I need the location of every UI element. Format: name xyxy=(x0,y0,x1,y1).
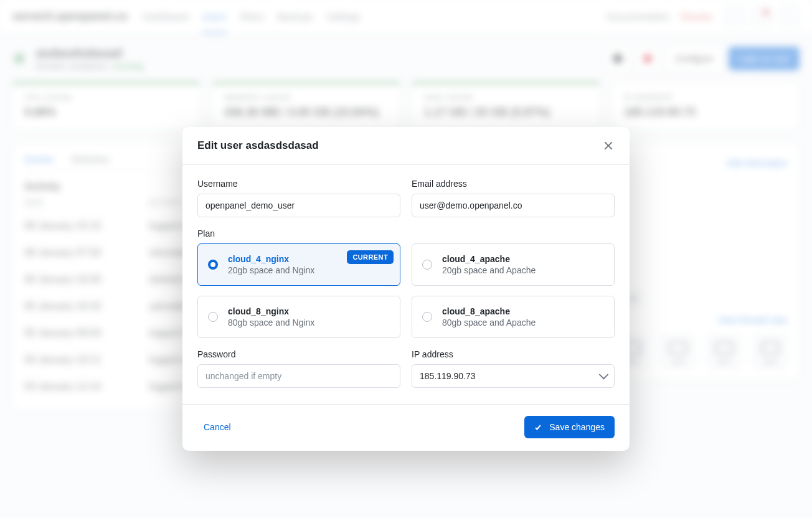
password-input[interactable] xyxy=(197,364,400,388)
radio-icon xyxy=(422,260,432,270)
modal-footer: Cancel Save changes xyxy=(182,404,630,451)
modal-header: Edit user asdasdsdasad xyxy=(182,127,630,165)
password-field: Password xyxy=(197,349,400,388)
plan-name: cloud_8_nginx xyxy=(228,306,390,316)
close-icon[interactable] xyxy=(602,139,615,152)
plan-desc: 80gb space and Nginx xyxy=(228,318,390,327)
username-field: Username xyxy=(197,179,400,217)
email-field: Email address xyxy=(412,179,615,217)
plan-desc: 80gb space and Apache xyxy=(442,318,604,327)
ip-label: IP address xyxy=(412,349,615,359)
current-badge: CURRENT xyxy=(347,250,394,264)
check-icon xyxy=(534,423,544,432)
plan-desc: 20gb space and Apache xyxy=(442,265,604,275)
edit-user-modal: Edit user asdasdsdasad Username Email ad… xyxy=(182,127,630,451)
email-label: Email address xyxy=(412,179,615,189)
plan-option-cloud_8_nginx[interactable]: cloud_8_nginx80gb space and Nginx xyxy=(197,296,400,338)
ip-select[interactable]: 185.119.90.73 xyxy=(412,364,615,388)
plan-label: Plan xyxy=(197,228,615,238)
ip-field: IP address 185.119.90.73 xyxy=(412,349,615,388)
plan-option-cloud_4_nginx[interactable]: CURRENTcloud_4_nginx20gb space and Nginx xyxy=(197,243,400,286)
radio-icon xyxy=(422,312,432,322)
plan-desc: 20gb space and Nginx xyxy=(228,265,390,275)
radio-icon xyxy=(208,260,218,270)
plan-section: Plan CURRENTcloud_4_nginx20gb space and … xyxy=(197,228,615,338)
plan-option-cloud_8_apache[interactable]: cloud_8_apache80gb space and Apache xyxy=(412,296,615,338)
password-label: Password xyxy=(197,349,400,359)
cancel-button[interactable]: Cancel xyxy=(197,417,237,437)
username-label: Username xyxy=(197,179,400,189)
plan-name: cloud_4_apache xyxy=(442,254,604,264)
save-button-label: Save changes xyxy=(549,422,605,432)
username-input[interactable] xyxy=(197,194,400,217)
radio-icon xyxy=(208,312,218,322)
email-input[interactable] xyxy=(412,194,615,217)
plan-option-cloud_4_apache[interactable]: cloud_4_apache20gb space and Apache xyxy=(412,243,615,286)
save-button[interactable]: Save changes xyxy=(524,416,615,438)
modal-title: Edit user asdasdsdasad xyxy=(197,139,319,152)
plan-name: cloud_8_apache xyxy=(442,306,604,316)
